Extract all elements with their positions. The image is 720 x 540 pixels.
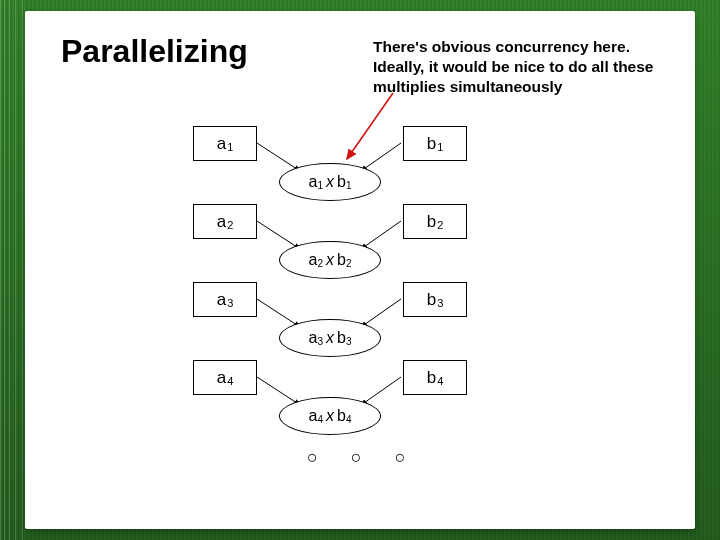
- mul-left: a: [309, 329, 318, 347]
- mul-right: b: [337, 173, 346, 191]
- mul-row: a2 b2 a2 x b2: [25, 204, 695, 282]
- operand-a-var: a: [217, 212, 226, 232]
- mul-right-sub: 1: [346, 180, 352, 191]
- operand-b-var: b: [427, 290, 436, 310]
- svg-line-8: [361, 377, 401, 405]
- mul-row: a1 b1 a1 x b1: [25, 126, 695, 204]
- mul-op-icon: x: [326, 173, 334, 191]
- operand-b-var: b: [427, 368, 436, 388]
- mul-left: a: [309, 407, 318, 425]
- operand-b-box: b3: [403, 282, 467, 317]
- multiply-node: a4 x b4: [279, 397, 381, 435]
- svg-line-5: [257, 299, 300, 327]
- operand-a-sub: 3: [227, 297, 233, 309]
- mul-left: a: [309, 173, 318, 191]
- operand-a-sub: 4: [227, 375, 233, 387]
- svg-line-6: [361, 299, 401, 327]
- mul-right-sub: 3: [346, 336, 352, 347]
- mul-op-icon: x: [326, 407, 334, 425]
- mul-op-icon: x: [326, 329, 334, 347]
- mul-left-sub: 4: [317, 414, 323, 425]
- mul-row: a3 b3 a3 x b3: [25, 282, 695, 360]
- slide-card: Parallelizing There's obvious concurrenc…: [25, 11, 695, 529]
- mul-right: b: [337, 407, 346, 425]
- operand-b-box: b1: [403, 126, 467, 161]
- operand-b-sub: 2: [437, 219, 443, 231]
- operand-a-box: a2: [193, 204, 257, 239]
- operand-b-sub: 3: [437, 297, 443, 309]
- operand-a-var: a: [217, 368, 226, 388]
- operand-a-var: a: [217, 290, 226, 310]
- operand-a-sub: 2: [227, 219, 233, 231]
- svg-line-3: [257, 221, 300, 249]
- slide-background: Parallelizing There's obvious concurrenc…: [0, 0, 720, 540]
- mul-right-sub: 4: [346, 414, 352, 425]
- operand-b-var: b: [427, 212, 436, 232]
- svg-line-1: [257, 143, 300, 171]
- diagram-stage: a1 b1 a1 x b1 a2: [25, 126, 695, 438]
- operand-a-var: a: [217, 134, 226, 154]
- multiply-node: a2 x b2: [279, 241, 381, 279]
- operand-b-sub: 1: [437, 141, 443, 153]
- operand-b-var: b: [427, 134, 436, 154]
- operand-a-box: a1: [193, 126, 257, 161]
- operand-a-box: a4: [193, 360, 257, 395]
- mul-left: a: [309, 251, 318, 269]
- mul-right: b: [337, 251, 346, 269]
- svg-line-2: [361, 143, 401, 171]
- mul-right-sub: 2: [346, 258, 352, 269]
- ellipsis-icon: ○ ○ ○: [307, 447, 420, 468]
- mul-left-sub: 3: [317, 336, 323, 347]
- multiply-node: a1 x b1: [279, 163, 381, 201]
- operand-b-box: b4: [403, 360, 467, 395]
- mul-op-icon: x: [326, 251, 334, 269]
- mul-left-sub: 1: [317, 180, 323, 191]
- operand-b-sub: 4: [437, 375, 443, 387]
- mul-right: b: [337, 329, 346, 347]
- mul-left-sub: 2: [317, 258, 323, 269]
- multiply-node: a3 x b3: [279, 319, 381, 357]
- operand-a-box: a3: [193, 282, 257, 317]
- svg-line-4: [361, 221, 401, 249]
- svg-line-7: [257, 377, 300, 405]
- operand-b-box: b2: [403, 204, 467, 239]
- operand-a-sub: 1: [227, 141, 233, 153]
- mul-row: a4 b4 a4 x b4: [25, 360, 695, 438]
